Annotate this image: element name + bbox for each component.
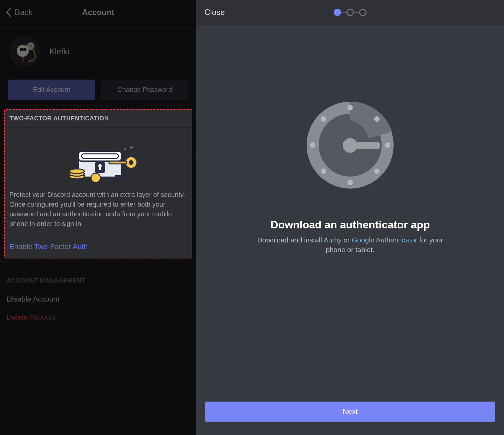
- svg-point-28: [321, 169, 326, 174]
- delete-account-label: Delete Account: [7, 313, 56, 321]
- svg-point-2: [20, 48, 23, 51]
- avatar-image: [9, 36, 40, 67]
- disable-account-item[interactable]: Disable Account: [0, 290, 196, 308]
- account-management-section: ACCOUNT MANAGEMENT Disable Account Delet…: [0, 277, 196, 326]
- delete-account-item[interactable]: Delete Account: [0, 308, 196, 326]
- avatar[interactable]: [9, 36, 40, 67]
- step-line: [354, 12, 359, 13]
- nav-bar: Back Account: [0, 0, 196, 25]
- svg-point-1: [17, 45, 29, 57]
- page-title: Account: [82, 8, 114, 17]
- authenticator-icon: [300, 95, 400, 197]
- svg-point-29: [310, 142, 315, 148]
- svg-point-20: [124, 148, 126, 150]
- close-label: Close: [204, 8, 225, 17]
- next-label: Next: [342, 407, 358, 416]
- back-label: Back: [15, 8, 32, 17]
- close-button[interactable]: Close: [204, 8, 225, 17]
- svg-rect-10: [99, 166, 101, 170]
- svg-rect-15: [109, 161, 126, 164]
- svg-point-3: [23, 48, 26, 51]
- setup-sub-mid: or: [341, 236, 351, 244]
- svg-point-25: [385, 142, 390, 148]
- svg-point-19: [91, 173, 100, 183]
- enable-two-factor-link[interactable]: Enable Two-Factor Auth: [9, 242, 88, 251]
- svg-point-14: [129, 160, 133, 165]
- svg-rect-12: [115, 175, 122, 179]
- authy-link[interactable]: Authy: [324, 236, 342, 244]
- step-indicator: [334, 9, 367, 16]
- svg-point-30: [321, 116, 326, 122]
- two-factor-description: Protect your Discord account with an ext…: [5, 190, 192, 236]
- svg-point-23: [347, 105, 353, 110]
- two-factor-illustration: [5, 128, 192, 190]
- svg-point-27: [347, 180, 353, 185]
- svg-point-32: [343, 138, 358, 153]
- google-authenticator-link[interactable]: Google Authenticator: [352, 236, 417, 244]
- account-settings-panel: Back Account Klefki Edit: [0, 0, 196, 435]
- two-factor-card: TWO-FACTOR AUTHENTICATION: [4, 109, 192, 258]
- edit-account-label: Edit Account: [33, 86, 70, 94]
- step-dot-3: [359, 9, 367, 16]
- svg-rect-7: [82, 154, 118, 158]
- setup-top-bar: Close: [196, 0, 504, 25]
- step-dot-2: [346, 9, 354, 16]
- setup-body: Download an authenticator app Download a…: [196, 25, 504, 435]
- change-password-label: Change Password: [117, 86, 172, 94]
- account-buttons-row: Edit Account Change Password: [0, 80, 196, 109]
- step-line: [341, 12, 346, 13]
- setup-title: Download an authenticator app: [271, 219, 430, 231]
- profile-row: Klefki: [0, 25, 196, 80]
- back-button[interactable]: Back: [5, 7, 32, 17]
- svg-point-18: [70, 169, 84, 174]
- edit-account-button[interactable]: Edit Account: [8, 80, 95, 100]
- username-label: Klefki: [49, 47, 69, 56]
- setup-sub-pre: Download and install: [257, 236, 323, 244]
- disable-account-label: Disable Account: [7, 295, 60, 303]
- account-management-header: ACCOUNT MANAGEMENT: [0, 277, 196, 290]
- two-factor-header: TWO-FACTOR AUTHENTICATION: [5, 110, 192, 128]
- next-button[interactable]: Next: [205, 402, 495, 422]
- setup-subtitle: Download and install Authy or Google Aut…: [253, 235, 447, 255]
- svg-point-26: [374, 169, 380, 174]
- change-password-button[interactable]: Change Password: [101, 80, 189, 100]
- svg-point-24: [374, 116, 380, 122]
- chevron-left-icon: [5, 7, 11, 17]
- two-factor-setup-panel: Close: [196, 0, 504, 435]
- step-dot-1: [334, 9, 341, 16]
